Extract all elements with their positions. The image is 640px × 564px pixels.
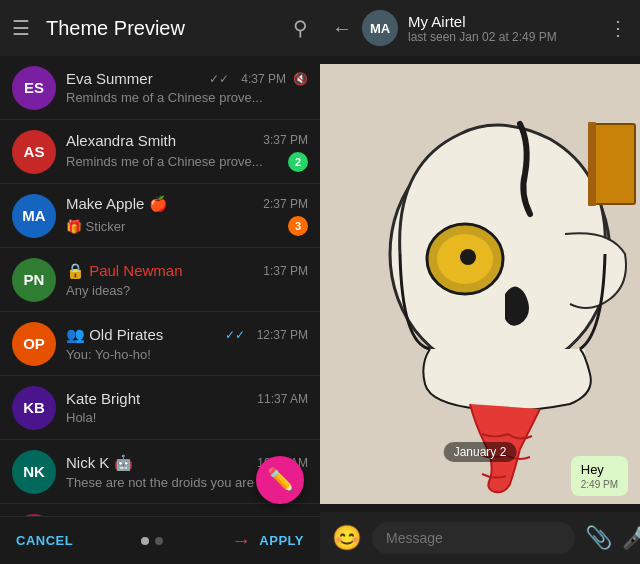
chat-list: ES Eva Summer ✓✓ 4:37 PM 🔇 Reminds me of…: [0, 56, 320, 516]
message-text: Hey: [581, 462, 618, 477]
avatar-ma: MA: [12, 194, 56, 238]
left-panel: ☰ Theme Preview ⚲ ES Eva Summer ✓✓ 4:37 …: [0, 0, 320, 564]
avatar-op: OP: [12, 322, 56, 366]
chat-name-nk: Nick K 🤖: [66, 454, 133, 472]
chat-preview-kb: Hola!: [66, 410, 308, 425]
chat-item-as[interactable]: AS Alexandra Smith 3:37 PM Reminds me of…: [0, 120, 320, 184]
chat-item-es[interactable]: ES Eva Summer ✓✓ 4:37 PM 🔇 Reminds me of…: [0, 56, 320, 120]
pagination-dots: [141, 537, 163, 545]
contact-status: last seen Jan 02 at 2:49 PM: [408, 30, 598, 44]
chat-time-as: 3:37 PM: [263, 133, 308, 147]
date-bubble: January 2: [444, 442, 517, 462]
chat-time-kb: 11:37 AM: [257, 392, 308, 406]
chat-item-at[interactable]: AT Adler Toberg 🌻 9:37 AM Did someone sa…: [0, 504, 320, 516]
dot-2: [155, 537, 163, 545]
cancel-button[interactable]: CANCEL: [16, 533, 73, 548]
chat-time-es: 4:37 PM: [241, 72, 286, 86]
chat-preview-as: Reminds me of a Chinese prove...: [66, 154, 282, 169]
chat-name-pn: 🔒 Paul Newman: [66, 262, 183, 280]
tick-op: ✓✓: [225, 328, 245, 342]
menu-icon[interactable]: ☰: [12, 16, 30, 40]
chat-name-kb: Kate Bright: [66, 390, 140, 407]
dot-1: [141, 537, 149, 545]
chat-content-op: 👥 Old Pirates ✓✓ 12:37 PM You: Yo-ho-ho!: [66, 326, 308, 362]
badge-as: 2: [288, 152, 308, 172]
chat-content-ma: Make Apple 🍎 2:37 PM 🎁 Sticker 3: [66, 195, 308, 236]
chat-time-op: 12:37 PM: [257, 328, 308, 342]
chat-time-ma: 2:37 PM: [263, 197, 308, 211]
svg-point-4: [460, 249, 476, 265]
chat-preview-ma: 🎁 Sticker: [66, 219, 282, 234]
avatar-es: ES: [12, 66, 56, 110]
left-footer: CANCEL → APPLY: [0, 516, 320, 564]
search-icon[interactable]: ⚲: [293, 16, 308, 40]
avatar-nk: NK: [12, 450, 56, 494]
more-options-icon[interactable]: ⋮: [608, 16, 628, 40]
apply-arrow-icon: →: [231, 529, 251, 552]
apply-area[interactable]: → APPLY: [231, 529, 304, 552]
compose-button[interactable]: ✏️: [256, 456, 304, 504]
chat-preview-es: Reminds me of a Chinese prove...: [66, 90, 308, 105]
right-footer: 😊 📎 🎤: [320, 512, 640, 564]
chat-content-kb: Kate Bright 11:37 AM Hola!: [66, 390, 308, 425]
avatar-kb: KB: [12, 386, 56, 430]
svg-rect-12: [590, 124, 635, 204]
chat-name-as: Alexandra Smith: [66, 132, 176, 149]
chat-name-ma: Make Apple 🍎: [66, 195, 168, 213]
apply-button[interactable]: APPLY: [259, 533, 304, 548]
chat-content-es: Eva Summer ✓✓ 4:37 PM 🔇 Reminds me of a …: [66, 70, 308, 105]
left-header: ☰ Theme Preview ⚲: [0, 0, 320, 56]
attach-button[interactable]: 📎: [585, 525, 612, 551]
chat-preview-op: You: Yo-ho-ho!: [66, 347, 308, 362]
chat-time-pn: 1:37 PM: [263, 264, 308, 278]
page-title: Theme Preview: [46, 17, 277, 40]
badge-ma: 3: [288, 216, 308, 236]
chat-preview-pn: Any ideas?: [66, 283, 308, 298]
chat-item-kb[interactable]: KB Kate Bright 11:37 AM Hola!: [0, 376, 320, 440]
contact-avatar: MA: [362, 10, 398, 46]
avatar-pn: PN: [12, 258, 56, 302]
right-panel: ← MA My Airtel last seen Jan 02 at 2:49 …: [320, 0, 640, 564]
tick-es: ✓✓: [209, 72, 229, 86]
svg-rect-13: [588, 122, 596, 206]
mute-icon-es: 🔇: [293, 72, 308, 86]
back-button[interactable]: ←: [332, 17, 352, 40]
message-input[interactable]: [372, 522, 575, 554]
chat-item-pn[interactable]: PN 🔒 Paul Newman 1:37 PM Any ideas?: [0, 248, 320, 312]
message-bubble: Hey 2:49 PM: [571, 456, 628, 496]
mic-button[interactable]: 🎤: [622, 525, 640, 551]
chat-item-ma[interactable]: MA Make Apple 🍎 2:37 PM 🎁 Sticker 3: [0, 184, 320, 248]
chat-content-as: Alexandra Smith 3:37 PM Reminds me of a …: [66, 132, 308, 172]
chat-name-op: 👥 Old Pirates: [66, 326, 163, 344]
avatar-as: AS: [12, 130, 56, 174]
chat-content-pn: 🔒 Paul Newman 1:37 PM Any ideas?: [66, 262, 308, 298]
contact-name: My Airtel: [408, 13, 598, 30]
chat-name-es: Eva Summer: [66, 70, 153, 87]
message-time: 2:49 PM: [581, 479, 618, 490]
chat-background: January 2 Hey 2:49 PM: [320, 56, 640, 512]
contact-info: My Airtel last seen Jan 02 at 2:49 PM: [408, 13, 598, 44]
emoji-button[interactable]: 😊: [332, 524, 362, 552]
right-header: ← MA My Airtel last seen Jan 02 at 2:49 …: [320, 0, 640, 56]
chat-item-op[interactable]: OP 👥 Old Pirates ✓✓ 12:37 PM You: Yo-ho-…: [0, 312, 320, 376]
